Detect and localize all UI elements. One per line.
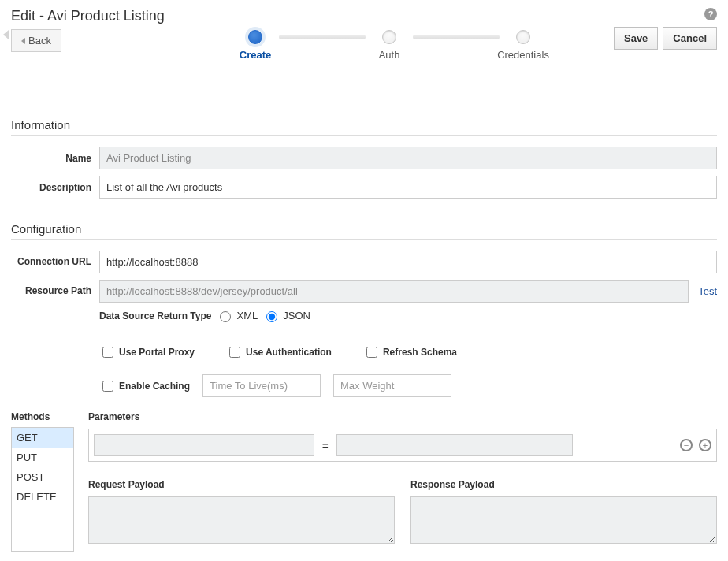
connection-url-row: Connection URL [11,251,717,273]
refresh-schema-label: Refresh Schema [383,347,457,358]
step-connector [279,35,366,39]
return-type-xml-option[interactable]: XML [216,309,258,322]
top-bar: Edit - Avi Product Listing Back Create A… [11,8,717,63]
refresh-schema-option[interactable]: Refresh Schema [363,344,457,360]
chevron-left-icon [21,38,25,44]
return-type-xml-label: XML [236,310,258,321]
method-get[interactable]: GET [12,428,73,448]
add-parameter-icon[interactable]: + [699,439,711,451]
method-delete[interactable]: DELETE [12,487,73,507]
methods-panel: Methods GET PUT POST DELETE [11,411,74,552]
information-section: Information Name Description [11,118,717,199]
methods-header: Methods [11,411,74,422]
methods-list: GET PUT POST DELETE [11,427,74,552]
resource-path-row: Resource Path Test [11,280,717,303]
ttl-field[interactable] [202,374,321,397]
title-area: Edit - Avi Product Listing Back [11,8,165,52]
options-row: Use Portal Proxy Use Authentication Refr… [99,344,717,360]
use-authentication-option[interactable]: Use Authentication [226,344,332,360]
parameter-actions: − + [680,439,711,451]
resource-path-label: Resource Path [11,285,99,296]
configuration-section: Configuration Connection URL Resource Pa… [11,222,717,552]
step-dot-icon [382,30,396,44]
step-create[interactable]: Create [232,30,279,61]
connection-url-label: Connection URL [11,256,99,267]
resource-path-field [99,280,689,303]
refresh-schema-checkbox[interactable] [366,347,377,358]
request-payload-label: Request Payload [88,479,395,490]
enable-caching-label: Enable Caching [119,381,190,392]
step-auth[interactable]: Auth [366,30,413,61]
description-label: Description [11,182,99,193]
connection-url-label-text: Connection URL [17,256,91,267]
step-label: Credentials [497,49,549,61]
return-type-json-label: JSON [283,310,310,321]
step-connector [413,35,500,39]
method-put[interactable]: PUT [12,448,73,467]
enable-caching-option[interactable]: Enable Caching [99,378,190,394]
payloads-row: Request Payload Response Payload [88,479,717,546]
action-buttons: Save Cancel [614,27,717,50]
back-button[interactable]: Back [11,29,61,52]
max-weight-field[interactable] [333,374,451,397]
back-button-label: Back [28,35,51,46]
response-payload-field[interactable] [410,496,717,544]
use-authentication-label: Use Authentication [246,347,332,358]
caching-row: Enable Caching [99,374,717,397]
return-type-json-option[interactable]: JSON [262,309,310,322]
name-field [99,147,717,169]
request-payload-col: Request Payload [88,479,395,546]
configuration-header: Configuration [11,222,717,240]
return-type-xml-radio[interactable] [220,311,231,322]
cancel-button[interactable]: Cancel [663,27,717,50]
response-payload-col: Response Payload [410,479,717,546]
description-row: Description [11,176,717,199]
response-payload-label: Response Payload [410,479,717,490]
use-portal-proxy-checkbox[interactable] [102,347,113,358]
step-dot-icon [248,30,262,44]
test-link[interactable]: Test [698,285,717,297]
return-type-json-radio[interactable] [266,311,277,322]
return-type-group: Data Source Return Type XML JSON [99,309,717,322]
name-label: Name [11,153,99,164]
save-button[interactable]: Save [614,27,658,50]
use-portal-proxy-option[interactable]: Use Portal Proxy [99,344,195,360]
connection-url-field[interactable] [99,251,717,273]
use-authentication-checkbox[interactable] [229,347,240,358]
enable-caching-checkbox[interactable] [102,381,113,392]
page-title: Edit - Avi Product Listing [11,8,165,24]
step-label: Auth [379,49,400,61]
parameter-row: = − + [88,429,717,462]
parameters-header: Parameters [88,411,717,422]
request-payload-field[interactable] [88,496,395,544]
equals-icon: = [322,440,329,451]
remove-parameter-icon[interactable]: − [680,439,693,451]
parameters-and-payloads: Parameters = − + Request Payload Respons… [88,411,717,552]
parameter-key-field[interactable] [94,434,314,456]
return-type-label: Data Source Return Type [99,310,211,321]
step-credentials[interactable]: Credentials [500,30,547,61]
collapse-handle-icon[interactable] [3,30,9,39]
parameter-value-field[interactable] [336,434,573,456]
method-post[interactable]: POST [12,467,73,487]
help-icon[interactable]: ? [704,8,717,20]
resource-path-label-text: Resource Path [25,285,91,296]
step-label: Create [240,49,271,61]
name-row: Name [11,147,717,169]
step-dot-icon [516,30,530,44]
use-portal-proxy-label: Use Portal Proxy [119,347,195,358]
description-field[interactable] [99,176,717,199]
information-header: Information [11,118,717,136]
wizard-steps: Create Auth Credentials [232,30,547,61]
lower-section: Methods GET PUT POST DELETE Parameters =… [11,411,717,552]
